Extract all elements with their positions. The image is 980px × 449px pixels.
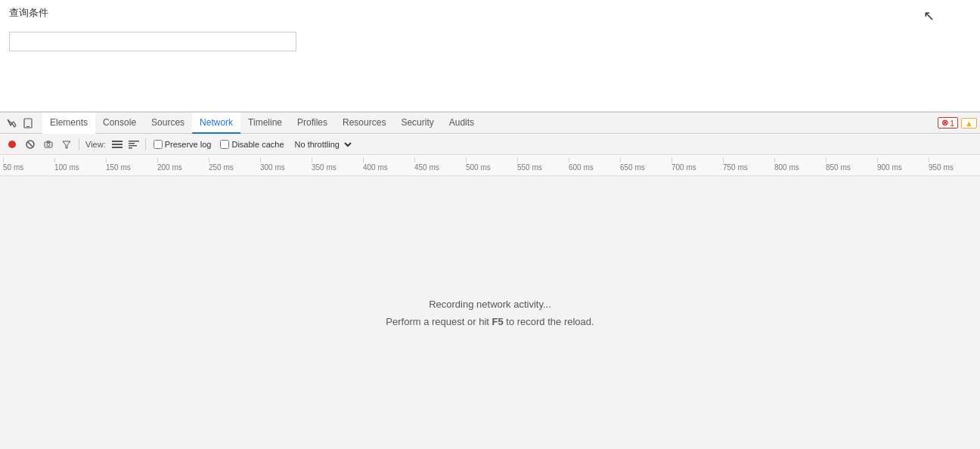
preserve-log-checkbox[interactable]	[154, 140, 163, 149]
timeline-ruler: 50 ms100 ms150 ms200 ms250 ms300 ms350 m…	[0, 155, 980, 176]
svg-rect-9	[112, 141, 122, 142]
tab-right-badges: ⊗ 1 ▲	[938, 117, 977, 129]
ruler-tick-label: 600 ms	[566, 163, 594, 173]
preserve-log-label[interactable]: Preserve log	[154, 140, 212, 149]
tab-bar: Elements Console Sources Network Timelin…	[0, 113, 980, 134]
clear-button[interactable]	[23, 137, 38, 152]
svg-rect-15	[129, 147, 132, 149]
page-title: 查询条件	[9, 6, 971, 20]
timeline-view-button[interactable]	[127, 138, 141, 151]
ruler-tick-label: 900 ms	[874, 163, 902, 173]
ruler-tick-label: 300 ms	[257, 163, 285, 173]
svg-rect-11	[112, 147, 122, 148]
ruler-tick-label: 950 ms	[926, 163, 954, 173]
view-label: View:	[85, 140, 106, 149]
ruler-tick: 750 ms	[720, 158, 771, 173]
screenshot-button[interactable]	[41, 137, 56, 152]
svg-point-6	[47, 143, 50, 146]
ruler-tick: 50 ms	[0, 158, 51, 173]
ruler-tick-label: 500 ms	[463, 163, 491, 173]
tab-elements[interactable]: Elements	[42, 113, 95, 134]
ruler-tick-label: 150 ms	[103, 163, 131, 173]
disable-cache-checkbox[interactable]	[220, 140, 229, 149]
ruler-tick: 300 ms	[257, 158, 309, 173]
network-empty-state: Recording network activity... Perform a …	[0, 176, 980, 449]
list-view-button[interactable]	[110, 138, 124, 151]
warning-icon: ▲	[965, 119, 973, 128]
ruler-tick: 650 ms	[617, 158, 668, 173]
toolbar-separator-2	[145, 138, 146, 150]
error-count: 1	[950, 119, 954, 128]
search-input[interactable]	[9, 32, 296, 51]
ruler-tick-label: 100 ms	[51, 163, 79, 173]
page-area: 查询条件 ↖	[0, 0, 980, 112]
ruler-tick: 150 ms	[103, 158, 154, 173]
ruler-tick: 900 ms	[874, 158, 926, 173]
ruler-tick: 700 ms	[668, 158, 720, 173]
ruler-tick-label: 450 ms	[411, 163, 439, 173]
ruler-tick: 350 ms	[309, 158, 360, 173]
hint-prefix: Perform a request or hit	[386, 316, 492, 327]
ruler-tick: 200 ms	[154, 158, 206, 173]
ruler-tick-label: 700 ms	[668, 163, 696, 173]
tab-network[interactable]: Network	[192, 113, 240, 134]
svg-point-2	[8, 141, 16, 148]
ruler-tick-label: 50 ms	[0, 163, 23, 173]
error-badge: ⊗ 1	[938, 117, 958, 129]
device-icon[interactable]	[20, 115, 36, 132]
ruler-tick-label: 650 ms	[617, 163, 645, 173]
ruler-tick: 100 ms	[51, 158, 103, 173]
ruler-tick: 950 ms	[926, 158, 977, 173]
error-icon: ⊗	[941, 118, 948, 128]
tab-console[interactable]: Console	[95, 113, 144, 134]
ruler-tick: 600 ms	[566, 158, 617, 173]
inspect-icon[interactable]	[3, 115, 20, 132]
record-button[interactable]	[5, 137, 20, 152]
tab-resources[interactable]: Resources	[335, 113, 393, 134]
tab-sources[interactable]: Sources	[144, 113, 192, 134]
network-toolbar: View: Preserve log	[0, 134, 980, 155]
tab-security[interactable]: Security	[393, 113, 441, 134]
recording-message: Recording network activity...	[429, 299, 551, 310]
ruler-tick-label: 800 ms	[771, 163, 799, 173]
svg-line-4	[28, 142, 33, 147]
hint-suffix: to record the reload.	[504, 316, 594, 327]
tab-profiles[interactable]: Profiles	[290, 113, 335, 134]
ruler-tick-label: 850 ms	[823, 163, 851, 173]
svg-rect-10	[112, 144, 122, 145]
ruler-tick-label: 750 ms	[720, 163, 748, 173]
hint-key: F5	[492, 316, 504, 327]
ruler-tick-label: 400 ms	[360, 163, 388, 173]
tab-timeline[interactable]: Timeline	[240, 113, 290, 134]
disable-cache-text: Disable cache	[231, 140, 284, 149]
svg-marker-8	[63, 141, 70, 148]
devtools-panel: Elements Console Sources Network Timelin…	[0, 112, 980, 449]
svg-rect-13	[129, 143, 135, 144]
toolbar-separator-1	[79, 138, 79, 150]
svg-rect-12	[129, 141, 139, 142]
ruler-tick: 250 ms	[206, 158, 257, 173]
ruler-tick: 850 ms	[823, 158, 874, 173]
ruler-tick: 800 ms	[771, 158, 823, 173]
ruler-tick-label: 350 ms	[309, 163, 336, 173]
ruler-tick-label: 200 ms	[154, 163, 182, 173]
ruler-tick: 500 ms	[463, 158, 514, 173]
ruler-tick: 400 ms	[360, 158, 411, 173]
throttle-select[interactable]: No throttling Fast 3G Slow 3G Offline	[290, 137, 354, 152]
ruler-tick: 450 ms	[411, 158, 463, 173]
tab-audits[interactable]: Audits	[442, 113, 482, 134]
ruler-tick-label: 250 ms	[206, 163, 234, 173]
warning-badge: ▲	[961, 118, 977, 129]
ruler-tick: 550 ms	[514, 158, 566, 173]
ruler-tick-label: 550 ms	[514, 163, 542, 173]
disable-cache-label[interactable]: Disable cache	[220, 140, 284, 149]
search-input-wrapper	[9, 32, 971, 51]
preserve-log-text: Preserve log	[165, 140, 212, 149]
filter-button[interactable]	[59, 137, 74, 152]
svg-rect-14	[129, 145, 137, 147]
recording-hint: Perform a request or hit F5 to record th…	[386, 316, 594, 327]
tab-icons	[3, 115, 36, 132]
